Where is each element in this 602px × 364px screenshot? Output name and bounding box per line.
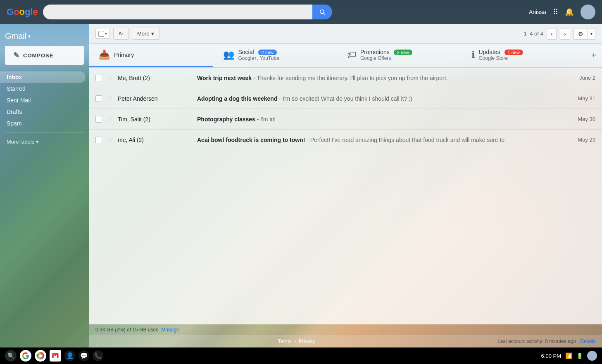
gmail-label: Gmail bbox=[5, 31, 26, 41]
email-star-2[interactable]: ☆ bbox=[107, 95, 113, 102]
svg-point-7 bbox=[585, 7, 590, 12]
user-avatar[interactable] bbox=[581, 5, 595, 19]
email-toolbar: ▾ ↻ More ▾ 1–4 of 4 ‹ › ⚙ ▾ bbox=[89, 24, 602, 44]
more-actions-caret-icon: ▾ bbox=[151, 31, 154, 37]
gmail-title-bar[interactable]: Gmail ▾ bbox=[0, 28, 89, 46]
details-link[interactable]: Details bbox=[580, 338, 595, 344]
sent-label: Sent Mail bbox=[7, 97, 79, 104]
notification-bell-icon[interactable]: 🔔 bbox=[565, 7, 574, 17]
email-sender-2: Peter Andersen bbox=[118, 95, 192, 102]
email-checkbox-1[interactable] bbox=[95, 75, 102, 81]
primary-tab-info: Primary bbox=[114, 52, 134, 58]
footer-center: Terms - Privacy bbox=[278, 338, 315, 344]
drafts-label: Drafts bbox=[7, 109, 79, 115]
settings-gear-icon: ⚙ bbox=[578, 31, 583, 37]
gmail-sidebar: Gmail ▾ ✎ COMPOSE Inbox Starred Sent Mai… bbox=[0, 24, 89, 347]
taskbar-chat-icon[interactable]: 💬 bbox=[79, 350, 89, 361]
tab-primary[interactable]: 📥 Primary bbox=[89, 44, 213, 67]
email-checkbox-2[interactable] bbox=[95, 95, 102, 102]
starred-label: Starred bbox=[7, 85, 79, 92]
apps-grid-icon[interactable]: ⠿ bbox=[553, 7, 558, 17]
email-sender-4: me, Ali (2) bbox=[118, 137, 192, 143]
promotions-tab-info: Promotions 2 new Google Offers bbox=[360, 49, 412, 61]
next-page-button[interactable]: › bbox=[560, 28, 570, 40]
email-date-3: May 30 bbox=[566, 116, 595, 122]
settings-button[interactable]: ⚙ bbox=[573, 28, 588, 40]
activity-text: Last account activity: 0 minutes ago bbox=[497, 338, 576, 344]
email-main-panel: ▾ ↻ More ▾ 1–4 of 4 ‹ › ⚙ ▾ 📥 Primary 👥 bbox=[89, 24, 602, 347]
email-subject-3: Photography classes bbox=[197, 116, 255, 123]
tab-promotions[interactable]: 🏷 Promotions 2 new Google Offers bbox=[337, 44, 462, 67]
sidebar-item-inbox[interactable]: Inbox bbox=[0, 71, 86, 83]
compose-label: COMPOSE bbox=[23, 52, 53, 59]
email-date-4: May 29 bbox=[566, 137, 595, 143]
social-tab-sub: Google+, YouTube bbox=[238, 55, 279, 61]
email-count: 1–4 of 4 bbox=[524, 31, 543, 37]
google-logo[interactable]: Google bbox=[7, 7, 38, 17]
email-preview-4: - Perfect! I've read amazing things abou… bbox=[305, 137, 504, 143]
taskbar-phone-icon[interactable]: 📞 bbox=[93, 350, 103, 361]
header-username: Anissa bbox=[529, 9, 546, 15]
search-bar-container bbox=[43, 5, 332, 19]
taskbar-wifi-icon: 📶 bbox=[565, 352, 572, 359]
refresh-button[interactable]: ↻ bbox=[113, 28, 128, 40]
social-tab-icon: 👥 bbox=[223, 50, 234, 60]
compose-button[interactable]: ✎ COMPOSE bbox=[5, 46, 84, 65]
storage-info: 0.33 GB (2%) of 15 GB used Manage bbox=[89, 324, 602, 335]
search-input[interactable] bbox=[43, 5, 312, 19]
more-actions-button[interactable]: More ▾ bbox=[132, 28, 159, 40]
email-snippet-3: Photography classes - I'm in! bbox=[197, 116, 562, 123]
more-labels-text: More labels bbox=[7, 139, 34, 145]
sidebar-item-starred[interactable]: Starred bbox=[0, 83, 86, 95]
email-star-4[interactable]: ☆ bbox=[107, 136, 113, 144]
social-tab-name: Social 2 new bbox=[238, 49, 279, 55]
email-row[interactable]: ☆ me, Ali (2) Acai bowl foodtruck is com… bbox=[89, 130, 602, 150]
tab-social[interactable]: 👥 Social 2 new Google+, YouTube bbox=[213, 44, 338, 67]
more-labels-caret: ▾ bbox=[36, 139, 39, 145]
sidebar-item-drafts[interactable]: Drafts bbox=[0, 106, 86, 118]
taskbar-google-icon[interactable] bbox=[20, 350, 31, 362]
taskbar-search-icon[interactable]: 🔍 bbox=[5, 350, 17, 362]
add-tab-button[interactable]: + bbox=[585, 44, 602, 67]
email-snippet-1: Work trip next week - Thanks for sending… bbox=[197, 75, 562, 81]
promotions-tab-sub: Google Offers bbox=[360, 55, 412, 61]
manage-storage-link[interactable]: Manage bbox=[161, 327, 179, 333]
updates-tab-sub: Google Store bbox=[479, 55, 523, 61]
taskbar-gmail-icon[interactable] bbox=[50, 350, 61, 362]
header-right: Anissa ⠿ 🔔 bbox=[529, 5, 595, 19]
email-row[interactable]: ☆ Peter Andersen Adopting a dog this wee… bbox=[89, 88, 602, 109]
taskbar-user-avatar[interactable] bbox=[587, 351, 597, 361]
compose-plus-icon: ✎ bbox=[13, 51, 20, 60]
primary-tab-name: Primary bbox=[114, 52, 134, 58]
email-subject-1: Work trip next week bbox=[197, 75, 252, 81]
terms-link[interactable]: Terms bbox=[278, 338, 292, 344]
taskbar-chrome-icon[interactable] bbox=[35, 350, 46, 362]
email-sender-1: Me, Brett (2) bbox=[118, 75, 192, 81]
taskbar-person-icon[interactable]: 👤 bbox=[64, 350, 75, 361]
taskbar-clock: 6:00 PM bbox=[541, 353, 561, 359]
more-actions-label: More bbox=[137, 31, 150, 37]
email-footer: Terms - Privacy Last account activity: 0… bbox=[89, 335, 602, 347]
email-date-2: May 31 bbox=[566, 95, 595, 102]
gmail-dropdown-icon: ▾ bbox=[28, 33, 31, 39]
email-preview-3: - I'm in! bbox=[255, 116, 276, 123]
privacy-link[interactable]: Privacy bbox=[299, 338, 315, 344]
email-star-3[interactable]: ☆ bbox=[107, 115, 113, 123]
taskbar-left: 🔍 bbox=[5, 350, 103, 362]
email-row[interactable]: ☆ Tim, Salit (2) Photography classes - I… bbox=[89, 109, 602, 130]
tab-updates[interactable]: ℹ Updates 1 new Google Store bbox=[462, 44, 586, 67]
email-checkbox-3[interactable] bbox=[95, 116, 102, 123]
email-row[interactable]: ☆ Me, Brett (2) Work trip next week - Th… bbox=[89, 68, 602, 88]
settings-caret-button[interactable]: ▾ bbox=[588, 28, 595, 40]
select-all-checkbox[interactable]: ▾ bbox=[95, 29, 110, 39]
email-checkbox-4[interactable] bbox=[95, 137, 102, 143]
sidebar-item-sent[interactable]: Sent Mail bbox=[0, 95, 86, 106]
more-labels-item[interactable]: More labels ▾ bbox=[0, 136, 89, 147]
search-button[interactable] bbox=[312, 5, 332, 19]
footer-right: Last account activity: 0 minutes ago Det… bbox=[497, 338, 595, 344]
sidebar-item-spam[interactable]: Spam bbox=[0, 118, 86, 129]
email-list: ☆ Me, Brett (2) Work trip next week - Th… bbox=[89, 68, 602, 324]
chrome-header: Google Anissa ⠿ 🔔 bbox=[0, 0, 602, 24]
prev-page-button[interactable]: ‹ bbox=[547, 28, 557, 40]
email-star-1[interactable]: ☆ bbox=[107, 74, 113, 82]
